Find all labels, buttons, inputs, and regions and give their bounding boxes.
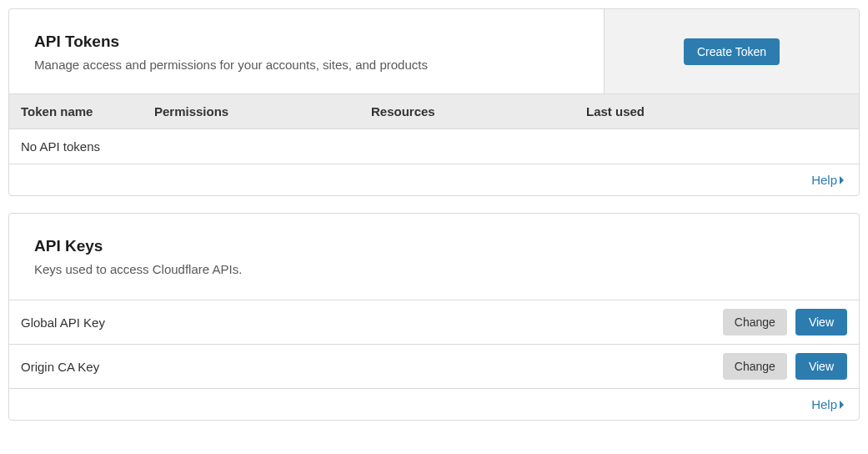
- change-key-button[interactable]: Change: [723, 309, 787, 335]
- caret-right-icon: [840, 176, 844, 184]
- key-name-label: Origin CA Key: [21, 360, 99, 374]
- col-resources: Resources: [371, 104, 586, 119]
- api-tokens-title: API Tokens: [34, 33, 579, 51]
- api-tokens-header-actions: Create Token: [605, 9, 859, 93]
- col-permissions: Permissions: [154, 104, 371, 119]
- tokens-help-link[interactable]: Help: [811, 173, 844, 187]
- key-row-origin: Origin CA Key Change View: [9, 345, 859, 389]
- api-keys-card: API Keys Keys used to access Cloudflare …: [8, 213, 860, 421]
- keys-help-link[interactable]: Help: [811, 397, 844, 411]
- api-keys-title: API Keys: [34, 237, 834, 255]
- help-label: Help: [811, 397, 837, 411]
- tokens-card-footer: Help: [9, 164, 859, 195]
- api-tokens-header-text: API Tokens Manage access and permissions…: [9, 9, 605, 93]
- view-key-button[interactable]: View: [795, 309, 847, 335]
- help-label: Help: [811, 173, 837, 187]
- api-keys-description: Keys used to access Cloudflare APIs.: [34, 260, 834, 278]
- caret-right-icon: [840, 401, 844, 409]
- col-last-used: Last used: [586, 104, 847, 119]
- tokens-empty-row: No API tokens: [9, 129, 859, 164]
- api-tokens-description: Manage access and permissions for your a…: [34, 56, 579, 73]
- key-name-label: Global API Key: [21, 315, 105, 330]
- api-tokens-card: API Tokens Manage access and permissions…: [8, 8, 860, 196]
- create-token-button[interactable]: Create Token: [684, 38, 780, 65]
- key-actions: Change View: [723, 309, 847, 335]
- key-row-global: Global API Key Change View: [9, 300, 859, 345]
- col-token-name: Token name: [21, 104, 154, 119]
- change-key-button[interactable]: Change: [723, 353, 787, 380]
- api-keys-header: API Keys Keys used to access Cloudflare …: [9, 214, 859, 300]
- keys-card-footer: Help: [9, 389, 859, 420]
- key-actions: Change View: [723, 353, 847, 380]
- api-tokens-header: API Tokens Manage access and permissions…: [9, 9, 859, 93]
- view-key-button[interactable]: View: [795, 353, 847, 380]
- tokens-table-header: Token name Permissions Resources Last us…: [9, 93, 859, 129]
